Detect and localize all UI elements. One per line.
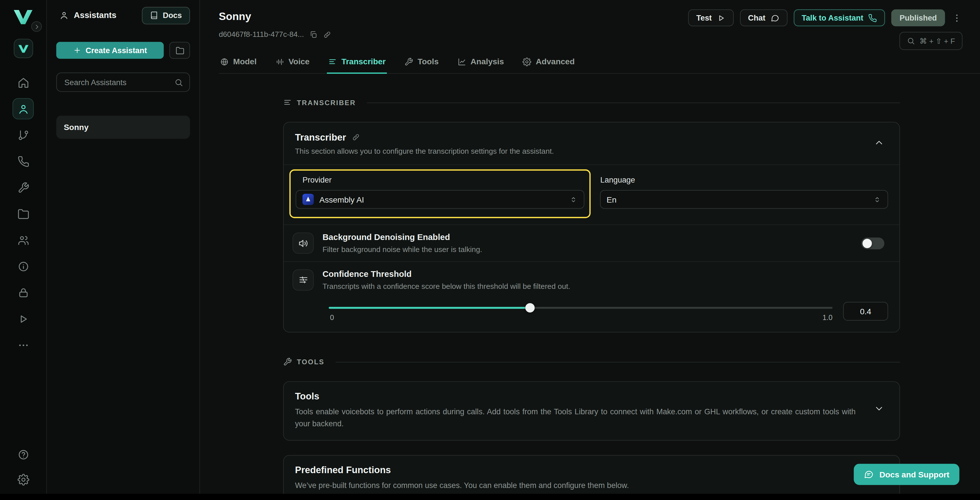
nav-vault[interactable] (13, 282, 34, 303)
tab-advanced[interactable]: Advanced (522, 57, 576, 73)
slider-track[interactable] (329, 307, 832, 309)
search-input[interactable] (63, 77, 169, 87)
published-button[interactable]: Published (891, 10, 945, 26)
anchor-link-icon[interactable] (352, 133, 360, 141)
nav-playground[interactable] (13, 308, 34, 329)
nav-api-keys[interactable] (13, 256, 34, 277)
provider-label: Provider (302, 176, 584, 185)
collapse-card-button[interactable] (874, 137, 884, 148)
icon-rail (0, 0, 47, 500)
nav-workflows[interactable] (13, 124, 34, 145)
nav-community[interactable] (13, 229, 34, 251)
nav-files[interactable] (13, 203, 34, 224)
slider-fill (329, 307, 530, 309)
transcriber-card-header: Transcriber This section allows you to c… (284, 123, 899, 165)
provider-language-row: Provider Assembly AI (284, 165, 899, 225)
assistant-search (56, 73, 190, 92)
bottom-bar (0, 494, 980, 500)
more-options-button[interactable] (951, 10, 962, 26)
tab-transcriber[interactable]: Transcriber (327, 57, 387, 73)
confidence-slider-row: 0 1.0 0.4 (284, 298, 899, 332)
search-shortcut[interactable]: ⌘ + ⇧ + F (899, 32, 962, 50)
nav-settings[interactable] (13, 469, 34, 490)
help-circle-icon (17, 449, 29, 460)
chat-button-label: Chat (748, 13, 765, 22)
chevron-up-icon (874, 137, 884, 148)
docs-button[interactable]: Docs (142, 6, 190, 24)
confidence-value-input[interactable]: 0.4 (843, 302, 888, 321)
slider-max-label: 1.0 (822, 314, 832, 321)
test-button-label: Test (696, 13, 712, 22)
talk-to-assistant-button[interactable]: Talk to Assistant (794, 10, 885, 26)
wrench-icon (17, 182, 29, 193)
model-icon (220, 57, 229, 66)
lock-icon (17, 287, 29, 299)
copy-icon[interactable] (310, 30, 318, 38)
tab-analysis[interactable]: Analysis (456, 57, 505, 73)
provider-field-highlight: Provider Assembly AI (290, 169, 590, 218)
vapi-logo[interactable] (13, 9, 34, 25)
folders-button[interactable] (169, 42, 190, 59)
expand-tools-button[interactable] (874, 403, 884, 414)
nav-assistants[interactable] (13, 98, 34, 119)
config-content: TRANSCRIBER Transcriber This section all… (200, 74, 980, 500)
play-icon (17, 313, 29, 325)
assistant-name: Sonny (64, 123, 89, 132)
shortcut-keys: ⌘ + ⇧ + F (920, 37, 955, 45)
confidence-subtitle: Transcripts with a confidence score belo… (323, 282, 570, 291)
assistant-id: d60467f8-111b-477c-84... (219, 30, 304, 39)
confidence-slider: 0 1.0 (329, 302, 832, 323)
provider-select[interactable]: Assembly AI (296, 190, 584, 209)
tab-label: Analysis (471, 57, 504, 66)
chevron-right-icon (33, 24, 40, 30)
docs-and-support-button[interactable]: Docs and Support (854, 464, 959, 485)
folder-icon (175, 46, 184, 55)
nav-phone-numbers[interactable] (13, 151, 34, 172)
test-button[interactable]: Test (688, 10, 734, 26)
tools-card-title: Tools (295, 390, 888, 401)
tools-card-description: Tools enable voicebots to perform action… (295, 406, 888, 430)
transcriber-section-head: TRANSCRIBER (283, 98, 900, 107)
gear-icon (523, 57, 531, 66)
create-assistant-button[interactable]: Create Assistant (56, 42, 164, 59)
wrench-icon (283, 357, 292, 366)
confidence-text: Confidence Threshold Transcripts with a … (323, 269, 570, 291)
language-field: Language En (600, 169, 888, 218)
filter-lines-icon (298, 275, 308, 285)
expand-sidebar-button[interactable] (31, 21, 42, 32)
nav-home[interactable] (13, 72, 34, 93)
assistant-list: Sonny (56, 116, 190, 139)
docs-button-label: Docs (163, 11, 182, 20)
section-label: TOOLS (297, 358, 325, 365)
play-icon (717, 13, 726, 22)
branch-icon (17, 129, 29, 141)
tab-model[interactable]: Model (219, 57, 258, 73)
book-icon (150, 11, 158, 19)
kebab-icon (952, 13, 962, 23)
denoising-text: Background Denoising Enabled Filter back… (323, 232, 482, 254)
assistant-list-item[interactable]: Sonny (56, 116, 190, 139)
chevron-down-icon (874, 403, 884, 414)
tab-label: Transcriber (341, 57, 386, 66)
users-icon (17, 234, 29, 246)
nav-build-tools[interactable] (13, 177, 34, 198)
info-circle-icon (17, 260, 29, 272)
sidebar-title: Assistants (74, 11, 137, 20)
tab-label: Advanced (536, 57, 574, 66)
chat-button[interactable]: Chat (740, 10, 788, 26)
workspace-button[interactable] (13, 39, 33, 58)
speaker-icon (298, 238, 308, 248)
tab-voice[interactable]: Voice (274, 57, 310, 73)
nav-more[interactable] (13, 334, 34, 355)
search-icon (174, 78, 183, 87)
denoising-toggle[interactable] (861, 237, 884, 249)
nav-help[interactable] (13, 444, 34, 465)
transcriber-icon (328, 57, 337, 66)
tab-tools[interactable]: Tools (403, 57, 440, 73)
language-select[interactable]: En (600, 190, 888, 209)
provider-value: Assembly AI (320, 194, 364, 204)
filter-icon-tile (293, 269, 314, 291)
support-button-label: Docs and Support (880, 470, 950, 479)
link-icon[interactable] (323, 30, 331, 38)
slider-handle[interactable] (525, 303, 535, 312)
